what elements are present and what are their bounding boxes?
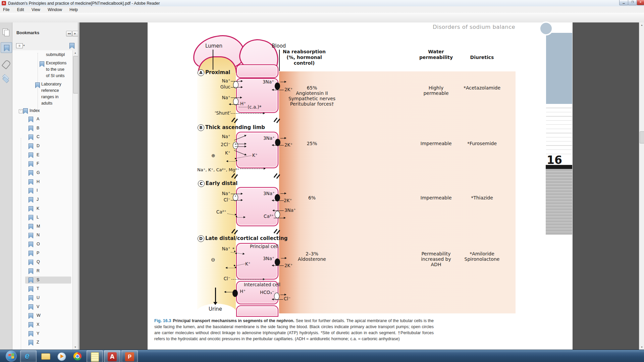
bookmark-icon — [29, 143, 33, 149]
window-title: Davidson's Principles and practice of me… — [8, 1, 160, 6]
bookmark-icon — [29, 340, 33, 346]
index-expander-icon[interactable]: − — [19, 109, 23, 113]
scrollbar-thumb[interactable] — [640, 131, 644, 143]
bookmarks-rail-tile[interactable] — [1, 42, 12, 53]
close-button[interactable]: ✕ — [637, 0, 644, 5]
bookmark-item-wrap[interactable]: to the use — [46, 67, 64, 72]
bookmark-letter-label: W — [37, 313, 41, 318]
bookmark-letter-p[interactable]: P — [12, 250, 72, 257]
scroll-up-icon[interactable]: ▲ — [73, 50, 78, 55]
windows-flag-icon — [8, 353, 14, 359]
bookmark-options-icon[interactable]: ☰ — [16, 43, 23, 48]
bookmark-letter-y[interactable]: Y — [12, 330, 72, 338]
bookmark-icon — [29, 251, 33, 256]
bookmark-letter-u[interactable]: U — [12, 295, 72, 302]
bookmark-letter-r[interactable]: R — [12, 268, 72, 275]
bookmark-letter-label: P — [37, 251, 39, 255]
taskbar-media-player[interactable] — [54, 350, 69, 362]
bookmark-letter-z[interactable]: Z — [12, 339, 72, 347]
bookmark-letter-m[interactable]: M — [12, 223, 72, 231]
maximize-button[interactable]: ❐ — [628, 0, 637, 5]
bookmark-item-partial[interactable]: submultipl — [46, 52, 65, 57]
scroll-down-icon[interactable]: ▼ — [73, 345, 78, 350]
bookmark-letter-label: Y — [37, 331, 39, 336]
bookmark-icon — [29, 215, 33, 221]
bookmark-letter-label: L — [37, 215, 39, 220]
bookmark-item-index[interactable]: Index — [30, 108, 40, 113]
bookmark-letter-s[interactable]: S — [12, 277, 72, 284]
options-dropdown-arrow[interactable]: ▼ — [23, 44, 25, 47]
scroll-down-icon[interactable]: ▼ — [639, 345, 644, 350]
bookmark-icon — [29, 242, 33, 247]
bookmarks-scrollbar[interactable]: ▲ ▼ — [72, 50, 78, 350]
bookmark-icon — [29, 206, 33, 212]
expand-panel-icon[interactable]: ▶ — [72, 31, 78, 37]
bookmark-letter-q[interactable]: Q — [12, 259, 72, 266]
menu-file[interactable]: File — [0, 7, 12, 13]
bookmark-item-wrap[interactable]: adults — [41, 101, 52, 106]
bookmark-icon — [23, 108, 28, 114]
scrollbar-thumb[interactable] — [73, 56, 78, 94]
bookmark-letter-c[interactable]: C — [12, 134, 72, 141]
internet-explorer-icon: e — [25, 351, 30, 361]
bookmark-letter-label: V — [37, 304, 39, 309]
bookmark-letter-label: S — [37, 278, 39, 282]
bookmark-icon — [29, 331, 33, 337]
bookmark-icon — [29, 224, 33, 230]
bookmark-letter-x[interactable]: X — [12, 321, 72, 329]
menu-window[interactable]: Window — [45, 7, 65, 13]
bookmarks-panel-title: Bookmarks — [16, 31, 39, 35]
taskbar-adobe-reader[interactable]: A — [104, 350, 120, 362]
bookmark-letter-a[interactable]: A — [12, 116, 72, 123]
bookmark-icon — [29, 126, 33, 131]
menu-view[interactable]: View — [29, 7, 43, 13]
bookmark-letter-t[interactable]: T — [12, 286, 72, 293]
bookmark-letter-label: O — [37, 242, 40, 246]
bookmark-icon — [29, 197, 33, 203]
bookmark-letter-f[interactable]: F — [12, 161, 72, 168]
bookmark-letter-label: B — [37, 126, 39, 130]
new-bookmark-icon[interactable] — [69, 43, 74, 49]
bookmark-item-wrap[interactable]: ranges in — [41, 95, 58, 99]
taskbar-notes[interactable] — [87, 350, 103, 362]
bookmark-item-wrap[interactable]: of SI units — [46, 73, 65, 78]
screen: A Davidson's Principles and practice of … — [0, 0, 644, 362]
bookmarks-options-row: ☰ ▼ — [12, 41, 78, 51]
taskbar-windows-explorer[interactable] — [38, 350, 53, 362]
notes-icon — [91, 352, 99, 362]
taskbar-powerpoint[interactable]: P — [121, 350, 138, 362]
taskbar-internet-explorer[interactable]: e — [20, 350, 37, 362]
bookmark-icon — [29, 170, 33, 176]
start-button[interactable] — [5, 350, 17, 362]
bookmark-letter-label: F — [37, 161, 39, 166]
scroll-up-icon[interactable]: ▲ — [639, 22, 644, 27]
bookmark-letter-j[interactable]: J — [12, 196, 72, 204]
bookmark-icon — [29, 259, 33, 265]
page-thumbnails-icon[interactable] — [2, 28, 10, 36]
menu-edit[interactable]: Edit — [14, 7, 27, 13]
taskbar-chrome[interactable] — [70, 350, 86, 362]
bookmark-letter-label: H — [37, 179, 40, 184]
bookmark-letter-n[interactable]: N — [12, 232, 72, 239]
minimize-button[interactable]: ▁ — [619, 0, 628, 5]
bookmark-letter-d[interactable]: D — [12, 143, 72, 150]
bookmark-letter-label: T — [37, 286, 39, 291]
bookmark-letter-label: R — [37, 268, 40, 273]
bookmark-letter-w[interactable]: W — [12, 312, 72, 320]
bookmark-letter-h[interactable]: H — [12, 179, 72, 186]
document-scrollbar[interactable]: ▲ ▼ — [639, 22, 644, 350]
bookmark-item-wrap[interactable]: reference — [41, 88, 59, 93]
bookmark-letter-g[interactable]: G — [12, 170, 72, 177]
collapse-panel-icon[interactable]: ◀◀ — [66, 31, 72, 37]
bookmark-item[interactable]: Laboratory — [41, 82, 61, 86]
bookmark-item[interactable]: Exceptions — [46, 61, 66, 65]
menu-help[interactable]: Help — [66, 7, 81, 13]
bookmark-letter-e[interactable]: E — [12, 152, 72, 159]
bookmark-letter-o[interactable]: O — [12, 241, 72, 248]
bookmark-letter-l[interactable]: L — [12, 214, 72, 222]
bookmark-letter-k[interactable]: K — [12, 205, 72, 213]
bookmark-letter-label: E — [37, 153, 39, 157]
bookmark-letter-b[interactable]: B — [12, 125, 72, 132]
bookmark-letter-v[interactable]: V — [12, 304, 72, 311]
bookmark-letter-i[interactable]: I — [12, 187, 72, 195]
